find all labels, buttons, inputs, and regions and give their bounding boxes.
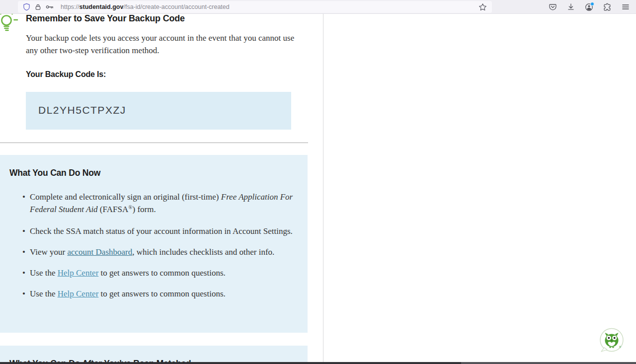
help-center-link[interactable]: Help Center (58, 289, 99, 298)
tracking-protection-shield-icon[interactable] (23, 3, 30, 11)
hamburger-menu-icon[interactable] (622, 3, 630, 10)
backup-code-label: Your Backup Code Is: (26, 70, 106, 79)
bottom-window-edge (0, 362, 636, 364)
page-content: Remember to Save Your Backup Code Your b… (0, 14, 636, 364)
list-item-help-center-1: Use the Help Center to get answers to co… (30, 267, 293, 279)
url-domain: studentaid.gov (80, 3, 124, 10)
account-icon[interactable] (585, 3, 593, 11)
toolbar-actions (549, 0, 636, 14)
section-heading: What You Can Do Now (9, 168, 100, 178)
backup-code-heading: Remember to Save Your Backup Code (26, 14, 185, 24)
bookmark-star-icon[interactable] (478, 3, 487, 11)
url-path: /fsa-id/create-account/account-created (123, 3, 229, 10)
list-item-help-center-2: Use the Help Center to get answers to co… (30, 288, 293, 300)
backup-code-box: DL2YH5CTPXZJ (26, 92, 291, 130)
list-item-dashboard: View your account Dashboard, which inclu… (30, 246, 293, 258)
extensions-puzzle-icon[interactable] (603, 3, 612, 11)
backup-code-intro: Your backup code lets you access your ac… (26, 32, 298, 57)
section-divider (0, 143, 308, 143)
pocket-icon[interactable] (549, 3, 557, 11)
bottom-window-edge-right (461, 362, 636, 364)
download-icon[interactable] (567, 3, 575, 11)
lightbulb-icon (0, 14, 22, 36)
url-scheme: https:// (61, 3, 80, 10)
key-icon[interactable] (46, 3, 54, 10)
lock-icon[interactable] (35, 3, 41, 10)
url-bar[interactable]: https://studentaid.gov/fsa-id/create-acc… (18, 1, 492, 13)
account-dashboard-link[interactable]: account Dashboard (67, 247, 132, 257)
browser-toolbar: https://studentaid.gov/fsa-id/create-acc… (0, 0, 636, 14)
action-list: Complete and electronically sign an orig… (30, 191, 293, 308)
list-item-ssa-match: Check the SSA match status of your accou… (30, 225, 293, 237)
owl-trademark: ® (619, 346, 621, 349)
what-you-can-do-now-section: What You Can Do Now Complete and electro… (0, 155, 308, 333)
url-text[interactable]: https://studentaid.gov/fsa-id/create-acc… (61, 3, 478, 10)
help-center-link[interactable]: Help Center (58, 268, 99, 278)
list-item-fafsa: Complete and electronically sign an orig… (30, 191, 293, 217)
after-matched-section: What You Can Do After You've Been Matche… (0, 346, 308, 364)
virtual-assistant-owl-button[interactable]: ® (598, 327, 626, 355)
content-right-divider (323, 14, 323, 364)
backup-code-value: DL2YH5CTPXZJ (38, 104, 126, 116)
